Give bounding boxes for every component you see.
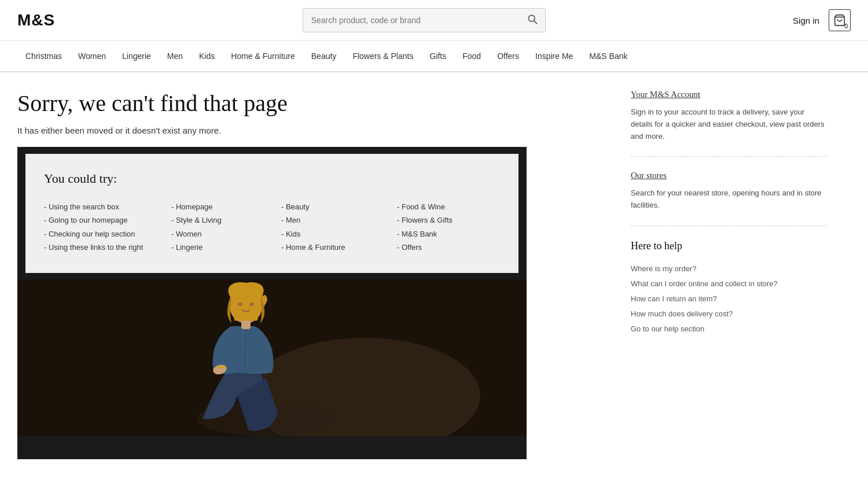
nav-item-women[interactable]: Women bbox=[70, 41, 114, 71]
header: M&S Sign in 0 bbox=[0, 0, 868, 41]
nav-item-gifts[interactable]: Gifts bbox=[421, 41, 454, 71]
main-nav: Christmas Women Lingerie Men Kids Home &… bbox=[0, 41, 868, 72]
search-icon bbox=[527, 13, 538, 25]
sidebar-help-section: Here to help Where is my order? What can… bbox=[631, 226, 827, 350]
fashion-image bbox=[17, 280, 527, 436]
try-link-lingerie[interactable]: - Lingerie bbox=[171, 241, 281, 254]
svg-line-1 bbox=[534, 20, 537, 23]
main-content: Sorry, we can't find that page It has ei… bbox=[0, 72, 845, 477]
logo: M&S bbox=[17, 11, 55, 29]
try-link-help[interactable]: - Checking our help section bbox=[44, 227, 171, 241]
sidebar-help-delivery[interactable]: How much does delivery cost? bbox=[631, 307, 827, 322]
try-box: You could try: - Using the search box - … bbox=[25, 154, 518, 273]
try-links-col3: - Beauty - Men - Kids - Home & Furniture bbox=[281, 200, 397, 254]
try-link-right[interactable]: - Using these links to the right bbox=[44, 241, 171, 254]
try-link-flowers-gifts[interactable]: - Flowers & Gifts bbox=[397, 213, 513, 227]
try-link-kids[interactable]: - Kids bbox=[281, 227, 397, 241]
content-left: Sorry, we can't find that page It has ei… bbox=[17, 90, 608, 459]
sidebar-help-return[interactable]: How can I return an item? bbox=[631, 291, 827, 307]
nav-item-offers[interactable]: Offers bbox=[489, 41, 527, 71]
try-link-search[interactable]: - Using the search box bbox=[44, 200, 171, 213]
sign-in-link[interactable]: Sign in bbox=[793, 16, 819, 25]
svg-point-10 bbox=[238, 302, 242, 306]
fashion-svg bbox=[17, 280, 527, 436]
try-link-men[interactable]: - Men bbox=[281, 213, 397, 227]
sidebar-account-link[interactable]: Your M&S Account bbox=[631, 90, 827, 99]
try-link-ms-bank[interactable]: - M&S Bank bbox=[397, 227, 513, 241]
try-title: You could try: bbox=[44, 171, 500, 186]
try-link-home-furniture[interactable]: - Home & Furniture bbox=[281, 241, 397, 254]
sidebar-help-section-link[interactable]: Go to our help section bbox=[631, 322, 827, 337]
try-link-offers[interactable]: - Offers bbox=[397, 241, 513, 254]
nav-item-men[interactable]: Men bbox=[159, 41, 191, 71]
nav-item-beauty[interactable]: Beauty bbox=[303, 41, 345, 71]
try-link-homepage[interactable]: - Going to our homepage bbox=[44, 213, 171, 227]
sidebar-help-order[interactable]: Where is my order? bbox=[631, 261, 827, 276]
nav-item-flowers-plants[interactable]: Flowers & Plants bbox=[344, 41, 421, 71]
error-image-container: You could try: - Using the search box - … bbox=[17, 147, 527, 459]
try-links-grid: - Using the search box - Going to our ho… bbox=[44, 200, 500, 254]
try-links-col1: - Using the search box - Going to our ho… bbox=[44, 200, 171, 254]
try-link-beauty[interactable]: - Beauty bbox=[281, 200, 397, 213]
basket-button[interactable]: 0 bbox=[829, 9, 851, 31]
try-link-homepage-direct[interactable]: - Homepage bbox=[171, 200, 281, 213]
sidebar: Your M&S Account Sign in to your account… bbox=[631, 90, 827, 459]
sidebar-help-collect[interactable]: What can I order online and collect in s… bbox=[631, 276, 827, 291]
search-container bbox=[303, 8, 546, 32]
page-title: Sorry, we can't find that page bbox=[17, 90, 608, 117]
sidebar-account-section: Your M&S Account Sign in to your account… bbox=[631, 90, 827, 157]
basket-count: 0 bbox=[844, 23, 848, 29]
page-subtitle: It has either been moved or it doesn't e… bbox=[17, 126, 608, 135]
nav-item-home-furniture[interactable]: Home & Furniture bbox=[223, 41, 303, 71]
try-links-col4: - Food & Wine - Flowers & Gifts - M&S Ba… bbox=[397, 200, 513, 254]
header-right: Sign in 0 bbox=[793, 9, 851, 31]
nav-item-ms-bank[interactable]: M&S Bank bbox=[581, 41, 635, 71]
nav-item-kids[interactable]: Kids bbox=[191, 41, 223, 71]
sidebar-stores-section: Our stores Search for your nearest store… bbox=[631, 157, 827, 226]
try-link-women[interactable]: - Women bbox=[171, 227, 281, 241]
sidebar-account-desc: Sign in to your account to track a deliv… bbox=[631, 106, 827, 142]
nav-item-inspire-me[interactable]: Inspire Me bbox=[527, 41, 581, 71]
try-link-style-living[interactable]: - Style & Living bbox=[171, 213, 281, 227]
svg-point-0 bbox=[528, 15, 535, 21]
nav-item-food[interactable]: Food bbox=[454, 41, 489, 71]
try-links-col2: - Homepage - Style & Living - Women - Li… bbox=[171, 200, 281, 254]
sidebar-help-title: Here to help bbox=[631, 240, 827, 252]
svg-point-11 bbox=[249, 302, 254, 306]
svg-rect-12 bbox=[216, 366, 226, 368]
sidebar-stores-desc: Search for your nearest store, opening h… bbox=[631, 187, 827, 212]
sidebar-stores-link[interactable]: Our stores bbox=[631, 171, 827, 180]
try-link-food-wine[interactable]: - Food & Wine bbox=[397, 200, 513, 213]
nav-item-lingerie[interactable]: Lingerie bbox=[114, 41, 159, 71]
search-input[interactable] bbox=[303, 16, 520, 25]
search-button[interactable] bbox=[520, 13, 545, 28]
nav-item-christmas[interactable]: Christmas bbox=[17, 41, 70, 71]
